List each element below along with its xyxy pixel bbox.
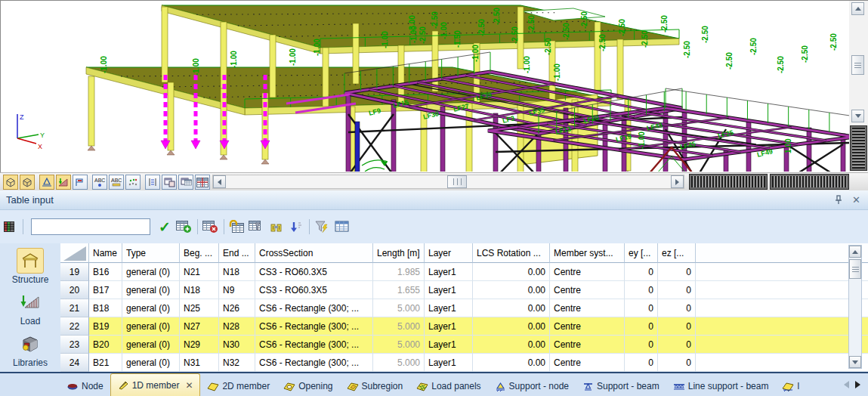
viewport-horizontal-scrollbar[interactable] (212, 175, 684, 189)
row-number-cell[interactable]: 24 (60, 354, 89, 372)
column-header-type[interactable]: Type (122, 243, 180, 263)
column-header-end[interactable]: End ... (219, 243, 255, 263)
tab-support-node[interactable]: Support - node (488, 376, 576, 396)
cell-layer[interactable]: Layer1 (425, 263, 473, 281)
hscrollbar-thumb[interactable] (447, 175, 467, 188)
cell-layer[interactable]: Layer1 (425, 281, 473, 299)
column-header-lcs-rotation[interactable]: LCS Rotation ... (473, 243, 550, 263)
cell-type[interactable]: general (0) (122, 354, 180, 372)
cell-ey[interactable]: 0 (625, 299, 658, 317)
scroll-right-button[interactable] (671, 175, 684, 188)
grid-settings-button[interactable] (195, 175, 210, 190)
cell-crosssection[interactable]: CS6 - Rectangle (300; ... (255, 336, 373, 354)
cell-layer[interactable]: Layer1 (425, 354, 473, 372)
column-header-layer[interactable]: Layer (425, 243, 473, 263)
cell-end-node[interactable]: N30 (219, 336, 255, 354)
cell-name[interactable]: B18 (89, 299, 122, 317)
tabs-scroll-left-icon[interactable] (844, 381, 849, 388)
splitter-handle-vertical[interactable] (851, 126, 866, 170)
close-icon[interactable]: ✕ (852, 194, 860, 206)
cell-ez[interactable]: 0 (658, 263, 696, 281)
cell-ey[interactable]: 0 (625, 354, 658, 372)
cell-member-system[interactable]: Centre (550, 263, 625, 281)
cell-lcs-rotation[interactable]: 0.00 (473, 281, 550, 299)
dimension-lines-button[interactable] (73, 175, 88, 190)
table-vertical-scrollbar[interactable] (848, 245, 862, 369)
cell-ez[interactable]: 0 (658, 299, 696, 317)
cell-type[interactable]: general (0) (122, 263, 180, 281)
cell-name[interactable]: B20 (89, 336, 122, 354)
cell-ez[interactable]: 0 (658, 281, 696, 299)
cell-crosssection[interactable]: CS3 - RO60.3X5 (255, 263, 373, 281)
cell-end-node[interactable]: N26 (219, 299, 255, 317)
cell-crosssection[interactable]: CS3 - RO60.3X5 (255, 281, 373, 299)
3d-model-canvas[interactable]: -1.00-1.00-1.00-1.00-1.00-1.00-1.00-1.00… (0, 0, 849, 172)
tab-partial[interactable]: l (775, 376, 806, 396)
cell-name[interactable]: B19 (89, 317, 122, 336)
tab-2d-member[interactable]: 2D member (200, 376, 276, 396)
splitter-handle-left[interactable] (690, 175, 767, 189)
cell-length[interactable]: 5.000 (373, 299, 425, 317)
cell-beg-node[interactable]: N27 (180, 317, 219, 336)
delete-table-icon[interactable] (202, 218, 220, 236)
scroll-up-button[interactable] (851, 2, 864, 15)
cell-end-node[interactable]: N32 (219, 354, 255, 372)
cell-length[interactable]: 1.655 (373, 281, 425, 299)
table-scroll-down-button[interactable] (849, 356, 861, 368)
table-filter-input[interactable] (31, 218, 150, 235)
tab-close-icon[interactable]: ✕ (185, 380, 193, 391)
cell-beg-node[interactable]: N18 (180, 281, 219, 299)
cell-ez[interactable]: 0 (658, 317, 696, 336)
cell-beg-node[interactable]: N29 (180, 336, 219, 354)
tab-line-support-beam[interactable]: Line support - beam (666, 376, 776, 396)
cell-ey[interactable]: 0 (625, 317, 658, 336)
splitter-handle-right[interactable] (771, 175, 848, 189)
show-loads-button[interactable] (56, 175, 71, 190)
show-supports-button[interactable] (39, 175, 54, 190)
cell-beg-node[interactable]: N25 (180, 299, 219, 317)
column-header-member-system[interactable]: Member syst... (550, 243, 625, 263)
mesh-display-button[interactable] (125, 175, 141, 190)
row-number-cell[interactable]: 21 (60, 299, 89, 317)
new-table-icon[interactable] (175, 218, 193, 236)
cell-ey[interactable]: 0 (625, 281, 658, 299)
wireframe-view-button[interactable] (3, 175, 18, 190)
cell-lcs-rotation[interactable]: 0.00 (473, 299, 550, 317)
tab-1d-member[interactable]: 1D member ✕ (110, 373, 201, 396)
row-number-cell[interactable]: 22 (60, 317, 89, 336)
table-scrollbar-thumb[interactable] (849, 259, 861, 279)
row-number-cell[interactable]: 19 (60, 263, 89, 281)
table-view-icon[interactable] (248, 218, 266, 236)
pin-icon[interactable] (834, 195, 843, 205)
cell-type[interactable]: general (0) (122, 336, 180, 354)
window-dialog-button[interactable] (162, 175, 177, 190)
cell-length[interactable]: 5.000 (373, 336, 425, 354)
tab-node[interactable]: Node (60, 376, 110, 396)
column-header-length[interactable]: Length [m] (373, 243, 425, 263)
cell-layer[interactable]: Layer1 (425, 317, 473, 336)
column-select-all[interactable] (60, 243, 89, 263)
cell-length[interactable]: 5.000 (373, 317, 425, 336)
table-manager-icon[interactable] (1, 218, 19, 236)
sort-icon[interactable] (287, 218, 305, 236)
cell-member-system[interactable]: Centre (550, 336, 625, 354)
column-header-name[interactable]: Name (89, 243, 122, 263)
cell-name[interactable]: B21 (89, 354, 122, 372)
panel-titlebar[interactable]: Table input ✕ (0, 190, 868, 210)
cell-end-node[interactable]: N18 (219, 263, 255, 281)
tab-opening[interactable]: Opening (276, 376, 339, 396)
cell-layer[interactable]: Layer1 (425, 336, 473, 354)
member-labels-button[interactable]: ABC (109, 175, 124, 190)
cell-crosssection[interactable]: CS6 - Rectangle (300; ... (255, 317, 373, 336)
tab-load-panels[interactable]: Load panels (409, 376, 487, 396)
scroll-down-button[interactable] (851, 110, 864, 122)
cell-member-system[interactable]: Centre (550, 354, 625, 372)
cell-lcs-rotation[interactable]: 0.00 (473, 336, 550, 354)
cell-lcs-rotation[interactable]: 0.00 (473, 354, 550, 372)
cell-crosssection[interactable]: CS6 - Rectangle (300; ... (255, 299, 373, 317)
cell-beg-node[interactable]: N31 (180, 354, 219, 372)
cell-name[interactable]: B17 (89, 281, 122, 299)
node-labels-button[interactable]: ABC (92, 175, 107, 190)
window-table-button[interactable] (178, 175, 193, 190)
cell-length[interactable]: 5.000 (373, 354, 425, 372)
